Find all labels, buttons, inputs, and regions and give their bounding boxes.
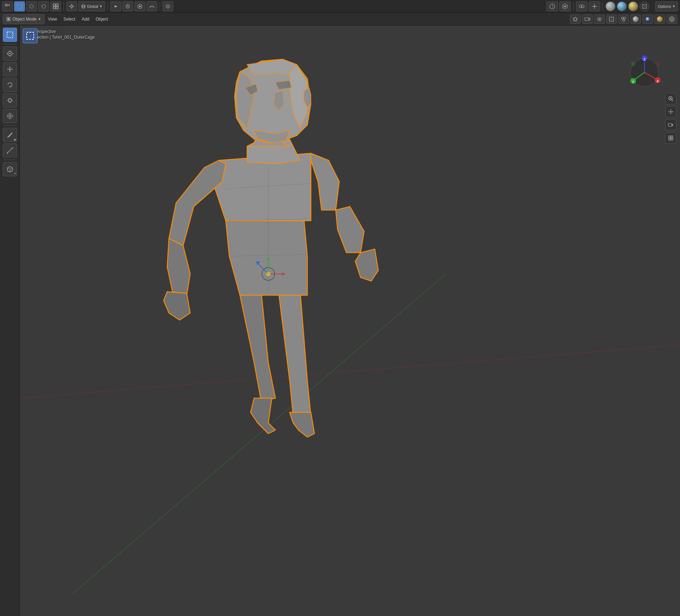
- tool-rotate[interactable]: [3, 78, 17, 92]
- select-box-btn[interactable]: [14, 1, 25, 11]
- svg-point-136: [656, 62, 660, 66]
- select-circle-btn[interactable]: [26, 1, 37, 11]
- transform-mode-btn[interactable]: [2, 1, 13, 11]
- pan-btn[interactable]: [665, 106, 676, 117]
- svg-rect-145: [671, 136, 673, 138]
- shading-solid-btn[interactable]: [605, 1, 615, 11]
- svg-point-61: [7, 114, 12, 119]
- tool-annotate[interactable]: [3, 128, 17, 142]
- svg-rect-5: [53, 7, 55, 9]
- snap-btn[interactable]: [122, 1, 133, 11]
- viewport[interactable]: User Perspective (1) Collection | Tshirt…: [20, 26, 680, 616]
- svg-point-142: [670, 111, 671, 112]
- svg-point-26: [581, 5, 584, 8]
- axis-gizmo[interactable]: Z X Y: [627, 51, 662, 97]
- svg-line-139: [672, 100, 673, 101]
- svg-rect-1: [17, 4, 22, 9]
- svg-point-29: [594, 6, 595, 7]
- shading-studio-btn[interactable]: [654, 15, 665, 24]
- pivot-btn[interactable]: [66, 1, 77, 11]
- tool-select-box[interactable]: [3, 28, 17, 42]
- shading-background-btn[interactable]: [667, 15, 677, 24]
- svg-point-42: [621, 17, 624, 19]
- sidebar-sep-3: [4, 160, 16, 160]
- svg-text:Y: Y: [632, 80, 634, 84]
- menu-add[interactable]: Add: [79, 14, 92, 24]
- top-toolbar: Global ▼: [0, 0, 680, 13]
- svg-rect-125: [27, 32, 34, 39]
- svg-point-7: [71, 5, 73, 7]
- menu-bar: Object Mode ▼ View Select Add Object: [0, 13, 680, 26]
- svg-rect-73: [20, 26, 680, 593]
- svg-line-70: [7, 168, 10, 169]
- left-sidebar: +: [0, 26, 20, 616]
- overlay-btn[interactable]: [576, 1, 587, 11]
- shading-wireframe-btn[interactable]: [640, 1, 649, 11]
- svg-point-45: [646, 17, 650, 21]
- svg-rect-143: [668, 123, 672, 126]
- svg-point-21: [166, 4, 170, 9]
- svg-point-38: [599, 18, 600, 20]
- tool-transform[interactable]: [3, 109, 17, 123]
- tool-measure[interactable]: [3, 143, 17, 158]
- xray-btn[interactable]: [163, 1, 173, 11]
- svg-text:X: X: [657, 79, 659, 83]
- proportional-type-btn[interactable]: [147, 1, 157, 11]
- shading-material-btn[interactable]: [617, 1, 627, 11]
- tool-scale[interactable]: [3, 93, 17, 108]
- mode-dropdown-arrow: ▼: [38, 17, 41, 21]
- gizmo-overlay-btn[interactable]: [589, 1, 600, 11]
- svg-line-67: [7, 148, 12, 153]
- separator-1: [64, 2, 64, 11]
- svg-point-17: [127, 6, 128, 7]
- transform-space-btn[interactable]: Global ▼: [78, 1, 105, 11]
- svg-rect-34: [7, 18, 10, 20]
- svg-rect-6: [56, 7, 58, 9]
- svg-rect-36: [585, 18, 589, 21]
- tool-add-cube[interactable]: +: [3, 162, 17, 176]
- svg-line-71: [10, 168, 12, 169]
- render-region-btn[interactable]: [606, 15, 617, 24]
- sep4: [603, 2, 603, 11]
- svg-point-52: [9, 53, 11, 54]
- zoom-in-btn[interactable]: [665, 93, 676, 104]
- menu-object[interactable]: Object: [93, 14, 111, 24]
- shading-rendered-btn[interactable]: [628, 1, 638, 11]
- viewport-shading-btn2[interactable]: [594, 15, 605, 24]
- object-mode-btn[interactable]: Object Mode ▼: [3, 14, 44, 24]
- camera-view-btn[interactable]: [582, 15, 593, 24]
- svg-point-44: [623, 19, 625, 21]
- svg-point-137: [631, 62, 635, 66]
- active-tool-indicator: [23, 28, 38, 43]
- transform-space-label: Global: [87, 4, 98, 9]
- separator-3: [160, 2, 160, 11]
- menu-view[interactable]: View: [45, 14, 60, 24]
- svg-rect-46: [7, 32, 13, 38]
- tool-move[interactable]: [3, 62, 17, 76]
- separator-2: [108, 2, 108, 11]
- options-btn[interactable]: Options ▼: [655, 1, 678, 11]
- select-lasso-btn[interactable]: [38, 1, 49, 11]
- shading-solid-btn2[interactable]: [630, 15, 641, 24]
- svg-text:Z: Z: [643, 57, 646, 61]
- camera-mini-btn[interactable]: [665, 119, 676, 131]
- select-all-btn[interactable]: [50, 1, 61, 11]
- snap-link-btn[interactable]: [110, 1, 121, 11]
- grid-view-btn[interactable]: [665, 132, 676, 144]
- look-dev-btn[interactable]: [547, 1, 558, 11]
- dropdown-arrow: ▼: [99, 5, 103, 8]
- mode-label: Object Mode: [12, 17, 37, 22]
- right-mini-toolbar: [665, 89, 676, 144]
- options-arrow: ▼: [672, 5, 675, 8]
- svg-point-43: [624, 17, 626, 19]
- menu-select[interactable]: Select: [61, 14, 78, 24]
- viewport-overlay-btn[interactable]: [559, 1, 571, 11]
- sidebar-sep-1: [4, 44, 16, 44]
- svg-marker-91: [226, 217, 307, 295]
- view-layer-btn[interactable]: [570, 15, 581, 24]
- svg-rect-4: [56, 4, 58, 6]
- shading-matcap-btn[interactable]: [642, 15, 653, 24]
- scene-btn[interactable]: [618, 15, 629, 24]
- proportional-btn[interactable]: [135, 1, 145, 11]
- tool-cursor[interactable]: [3, 46, 17, 61]
